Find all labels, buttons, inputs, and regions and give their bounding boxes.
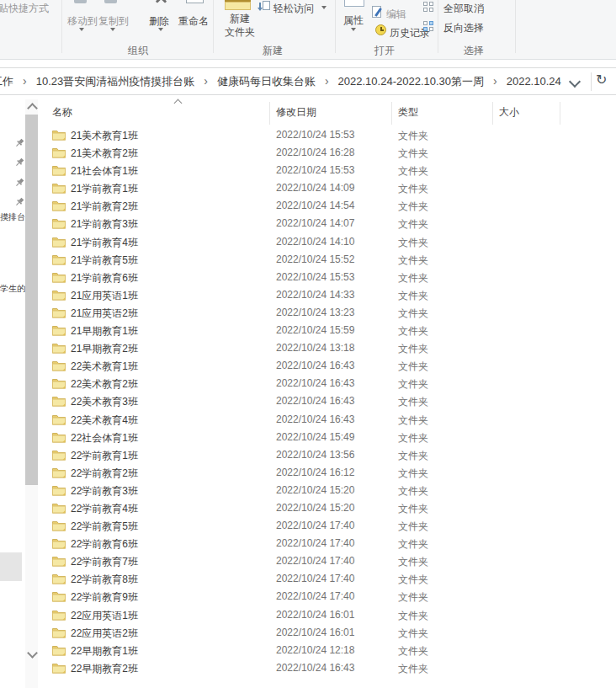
folder-icon	[52, 484, 66, 496]
table-row[interactable]: 21学前教育6班 2022/10/24 15:53 文件夹	[0, 269, 616, 286]
file-type: 文件夹	[398, 289, 428, 303]
column-header-type[interactable]: 类型	[398, 105, 418, 120]
table-row[interactable]: 21学前教育3班 2022/10/24 14:07 文件夹	[0, 215, 616, 232]
ribbon-separator	[213, 0, 214, 53]
file-type: 文件夹	[398, 147, 428, 161]
breadcrumb-item[interactable]: 2022.10.24	[503, 75, 565, 88]
move-to-button[interactable]: 移动到	[67, 14, 98, 29]
table-row[interactable]: 22美术教育1班 2022/10/24 16:43 文件夹	[0, 357, 616, 375]
copy-to-dropdown-icon[interactable]	[110, 28, 115, 31]
table-row[interactable]: 21早期教育2班 2022/10/24 13:18 文件夹	[0, 339, 616, 357]
table-row[interactable]: 21学前教育4班 2022/10/24 14:10 文件夹	[0, 233, 616, 251]
folder-icon	[52, 236, 66, 248]
folder-icon	[52, 555, 66, 567]
table-row[interactable]: 22美术教育2班 2022/10/24 16:43 文件夹	[0, 375, 616, 392]
table-row[interactable]: 21早期教育1班 2022/10/24 15:59 文件夹	[0, 322, 616, 339]
folder-icon	[52, 253, 66, 265]
table-row[interactable]: 22学前教育7班 2022/10/24 17:40 文件夹	[0, 552, 616, 570]
delete-button[interactable]: 删除	[149, 14, 169, 29]
folder-name: 22学前教育1班	[71, 449, 138, 463]
folder-icon	[52, 467, 66, 478]
folder-icon	[52, 200, 66, 211]
refresh-icon[interactable]: ↻	[596, 72, 607, 88]
column-header-date[interactable]: 修改日期	[276, 105, 316, 120]
breadcrumb-item[interactable]: 工作	[0, 74, 17, 89]
paste-shortcut-button[interactable]: 粘贴快捷方式	[0, 2, 49, 16]
move-to-dropdown-icon[interactable]	[79, 28, 84, 31]
date-modified: 2022/10/24 15:53	[276, 271, 354, 283]
deselect-all-button[interactable]: 全部取消	[443, 2, 484, 16]
column-divider[interactable]	[492, 102, 493, 125]
breadcrumb-item[interactable]: 健康码每日收集台账	[214, 74, 319, 89]
table-row[interactable]: 22早期教育1班 2022/10/24 12:18 文件夹	[0, 642, 616, 659]
address-dropdown-icon[interactable]	[569, 76, 581, 88]
column-divider[interactable]	[269, 102, 270, 125]
table-row[interactable]: 21学前教育2班 2022/10/24 14:54 文件夹	[0, 197, 616, 215]
table-row[interactable]: 22应用英语1班 2022/10/24 16:01 文件夹	[0, 606, 616, 624]
file-type: 文件夹	[398, 395, 428, 409]
file-type: 文件夹	[398, 413, 428, 428]
folder-icon	[52, 590, 66, 602]
folder-icon	[52, 307, 66, 318]
folder-name: 22学前教育3班	[71, 484, 138, 499]
table-row[interactable]: 22学前教育4班 2022/10/24 15:20 文件夹	[0, 499, 616, 517]
ribbon-group-organize: 组织	[128, 44, 148, 58]
edit-icon	[372, 6, 383, 19]
breadcrumb-item[interactable]: 2022.10.24-2022.10.30第一周	[335, 74, 487, 89]
file-type: 文件夹	[398, 467, 428, 481]
folder-icon	[52, 289, 66, 301]
easy-access-button[interactable]: 轻松访问	[273, 2, 314, 16]
ribbon-group-new: 新建	[263, 44, 283, 58]
column-divider[interactable]	[560, 102, 560, 125]
folder-name: 21美术教育1班	[71, 129, 138, 143]
table-row[interactable]: 22学前教育6班 2022/10/24 17:40 文件夹	[0, 535, 616, 552]
copy-to-button[interactable]: 复制到	[98, 14, 129, 29]
invert-selection-button[interactable]: 反向选择	[443, 21, 484, 35]
delete-dropdown-icon[interactable]	[158, 28, 163, 31]
table-row[interactable]: 22美术教育4班 2022/10/24 16:43 文件夹	[0, 411, 616, 429]
folder-icon	[52, 182, 66, 194]
table-row[interactable]: 22美术教育3班 2022/10/24 16:43 文件夹	[0, 392, 616, 410]
table-row[interactable]: 22早期教育2班 2022/10/24 16:43 文件夹	[0, 659, 616, 677]
table-row[interactable]: 21应用英语1班 2022/10/24 14:33 文件夹	[0, 286, 616, 304]
table-row[interactable]: 21学前教育5班 2022/10/24 15:52 文件夹	[0, 251, 616, 269]
date-modified: 2022/10/24 15:20	[276, 484, 354, 496]
properties-button[interactable]: 属性	[343, 13, 364, 28]
breadcrumb-item[interactable]: 10.23晋安闽清福州疫情摸排台账	[33, 74, 199, 89]
table-row[interactable]: 21美术教育2班 2022/10/24 16:28 文件夹	[0, 144, 616, 162]
date-modified: 2022/10/24 14:07	[276, 217, 354, 229]
address-bar[interactable]: 工作›10.23晋安闽清福州疫情摸排台账›健康码每日收集台账›2022.10.2…	[0, 67, 616, 95]
folder-icon	[52, 449, 66, 461]
edit-button[interactable]: 编辑	[386, 8, 406, 22]
table-row[interactable]: 22社会体育1班 2022/10/24 15:49 文件夹	[0, 429, 616, 446]
file-type: 文件夹	[398, 537, 428, 552]
table-row[interactable]: 22学前教育3班 2022/10/24 15:20 文件夹	[0, 482, 616, 499]
properties-dropdown-icon[interactable]	[351, 28, 356, 31]
table-row[interactable]: 21社会体育1班 2022/10/24 15:53 文件夹	[0, 162, 616, 179]
new-folder-button[interactable]: 新建 文件夹	[224, 12, 256, 39]
ribbon-separator	[438, 0, 438, 53]
table-row[interactable]: 22学前教育8班 2022/10/24 17:40 文件夹	[0, 570, 616, 588]
easy-access-dropdown-icon[interactable]	[321, 6, 327, 9]
rename-icon	[186, 0, 204, 3]
ribbon-group-select: 选择	[464, 44, 484, 58]
table-row[interactable]: 22学前教育1班 2022/10/24 13:56 文件夹	[0, 446, 616, 464]
rename-button[interactable]: 重命名	[178, 14, 209, 29]
table-row[interactable]: 22学前教育2班 2022/10/24 16:12 文件夹	[0, 464, 616, 482]
table-row[interactable]: 22应用英语2班 2022/10/24 16:01 文件夹	[0, 624, 616, 642]
column-header-size[interactable]: 大小	[499, 105, 519, 120]
folder-icon	[52, 129, 66, 141]
folder-name: 22学前教育5班	[71, 520, 138, 534]
file-type: 文件夹	[398, 342, 428, 356]
column-header-name[interactable]: 名称	[52, 105, 72, 120]
table-row[interactable]: 21美术教育1班 2022/10/24 15:53 文件夹	[0, 126, 616, 144]
table-row[interactable]: 21学前教育1班 2022/10/24 14:09 文件夹	[0, 179, 616, 197]
folder-name: 22美术教育3班	[71, 395, 138, 409]
table-row[interactable]: 21应用英语2班 2022/10/24 13:23 文件夹	[0, 304, 616, 322]
table-row[interactable]: 22学前教育9班 2022/10/24 17:40 文件夹	[0, 588, 616, 605]
folder-name: 22学前教育9班	[71, 590, 138, 605]
column-divider[interactable]	[391, 102, 392, 125]
table-row[interactable]: 22学前教育5班 2022/10/24 17:40 文件夹	[0, 517, 616, 535]
file-type: 文件夹	[398, 360, 428, 374]
folder-icon	[52, 431, 66, 443]
